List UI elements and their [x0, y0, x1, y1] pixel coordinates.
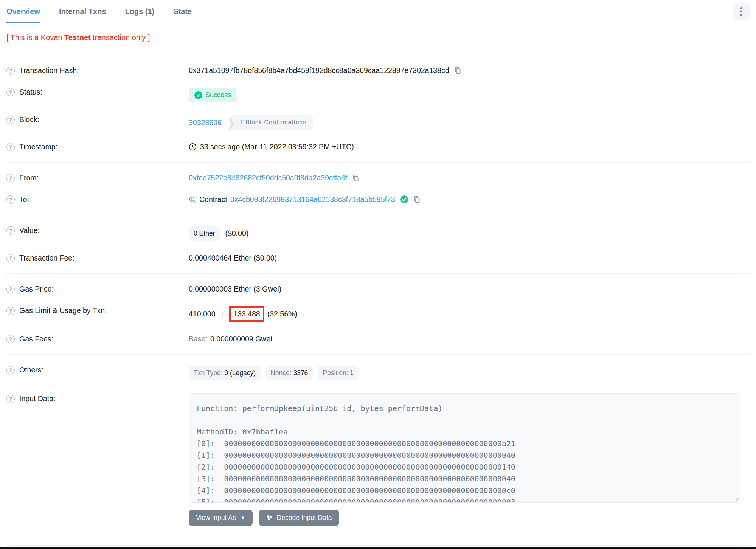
help-icon[interactable]: ? — [6, 226, 15, 235]
input-data-textarea[interactable]: Function: performUpkeep(uint256 id, byte… — [189, 393, 740, 503]
from-address-link[interactable]: 0xfee7522e8482682cf50ddc50a0f8da2a39effa… — [189, 174, 347, 182]
row-to: ? To: Contract 0x4cb093f226983713164a621… — [6, 189, 750, 210]
check-circle-icon — [194, 91, 202, 99]
help-icon[interactable]: ? — [6, 116, 15, 124]
row-gas-fees: ? Gas Fees: Base: 0.000000009 Gwei — [6, 328, 750, 350]
to-prefix: Contract — [199, 195, 227, 204]
badge-value: 0 (Legacy) — [224, 369, 256, 377]
help-icon[interactable]: ? — [6, 195, 15, 204]
more-options-button[interactable] — [733, 3, 750, 20]
help-icon[interactable]: ? — [6, 88, 15, 96]
row-input-data: ? Input Data: Function: performUpkeep(ui… — [6, 387, 750, 532]
base-fee-label: Base: — [189, 335, 208, 343]
label-text: Transaction Hash: — [19, 66, 79, 75]
magnifier-plus-icon[interactable] — [189, 196, 196, 203]
position-badge: Position: 1 — [318, 366, 359, 380]
help-icon[interactable]: ? — [6, 335, 15, 343]
section-summary: ? Transaction Hash: 0x371a51097fb78df856… — [0, 55, 756, 162]
status-label: ? Status: — [6, 88, 189, 96]
value-label: ? Value: — [6, 226, 189, 235]
row-block: ? Block: 30328606 ❯ 7 Block Confirmation… — [6, 109, 750, 136]
row-value: ? Value: 0 Ether ($0.00) — [6, 220, 750, 247]
tab-state[interactable]: State — [173, 0, 192, 23]
transaction-fee-value: 0.000400464 Ether ($0.00) — [189, 254, 277, 262]
gas-limit-value: 410,000 — [189, 310, 216, 318]
to-address-link[interactable]: 0x4cb093f226983713164a62138c3f718a5b595f… — [230, 195, 395, 204]
gas-used-value: 133,488 — [233, 310, 260, 318]
nonce-badge: Nonce: 3376 — [265, 366, 313, 380]
transaction-hash-value: 0x371a51097fb78df856f8b4a7bd459f192d8cc8… — [189, 66, 449, 75]
label-text: Gas Limit & Usage by Txn: — [19, 306, 107, 315]
help-icon[interactable]: ? — [6, 307, 15, 315]
input-data-content: Function: performUpkeep(uint256 id, byte… — [197, 403, 740, 503]
decode-icon — [266, 514, 273, 521]
notice-bold: Testnet — [64, 33, 91, 42]
button-label: Decode Input Data — [277, 514, 332, 522]
row-gas-limit-usage: ? Gas Limit & Usage by Txn: 410,000 | 13… — [6, 300, 750, 328]
tab-internal-txns[interactable]: Internal Txns — [59, 0, 106, 23]
notice-prefix: [ This is a Kovan — [6, 33, 64, 42]
row-transaction-hash: ? Transaction Hash: 0x371a51097fb78df856… — [6, 60, 750, 81]
tabbar-spacer — [211, 0, 733, 23]
chevron-down-icon: ▼ — [241, 515, 245, 521]
label-text: Gas Fees: — [19, 335, 53, 343]
section-others-input: ? Others: Txn Type: 0 (Legacy) Nonce: 33… — [0, 355, 756, 537]
ether-value-badge: 0 Ether — [189, 226, 220, 241]
view-input-as-button[interactable]: View Input As ▼ — [189, 510, 253, 526]
others-label: ? Others: — [6, 366, 189, 374]
label-text: Timestamp: — [19, 143, 57, 151]
label-text: Input Data: — [19, 394, 55, 403]
block-number-link[interactable]: 30328606 — [189, 118, 222, 127]
tab-logs[interactable]: Logs (1) — [125, 0, 154, 23]
row-from: ? From: 0xfee7522e8482682cf50ddc50a0f8da… — [6, 167, 750, 189]
tab-overview[interactable]: Overview — [6, 0, 40, 23]
clock-icon — [189, 143, 197, 151]
block-confirmations: ❯ 7 Block Confirmations — [227, 115, 313, 130]
to-label: ? To: — [6, 195, 189, 204]
help-icon[interactable]: ? — [6, 254, 15, 262]
timestamp-label: ? Timestamp: — [6, 143, 189, 151]
txn-type-badge: Txn Type: 0 (Legacy) — [189, 366, 261, 380]
separator-bar: | — [222, 310, 224, 318]
usd-value: ($0.00) — [225, 229, 248, 238]
label-text: Block: — [19, 115, 39, 124]
vertical-ellipsis-icon — [740, 7, 742, 16]
gas-price-value: 0.000000003 Ether (3 Gwei) — [189, 285, 281, 293]
help-icon[interactable]: ? — [6, 366, 15, 374]
badge-label: Position: — [323, 369, 348, 377]
from-label: ? From: — [6, 174, 189, 182]
label-text: Status: — [19, 88, 42, 96]
copy-icon[interactable] — [413, 195, 421, 203]
label-text: Transaction Fee: — [19, 254, 75, 262]
help-icon[interactable]: ? — [6, 67, 15, 75]
button-label: View Input As — [196, 514, 236, 522]
transaction-details-card: Overview Internal Txns Logs (1) State [ … — [0, 0, 756, 549]
label-text: From: — [19, 174, 39, 182]
copy-icon[interactable] — [352, 174, 360, 182]
badge-label: Txn Type: — [194, 369, 223, 377]
input-data-label: ? Input Data: — [6, 393, 189, 403]
help-icon[interactable]: ? — [6, 143, 15, 151]
transaction-hash-label: ? Transaction Hash: — [6, 66, 189, 75]
block-confirmations-badge: 7 Block Confirmations — [230, 115, 314, 130]
help-icon[interactable]: ? — [6, 285, 15, 293]
section-value: ? Value: 0 Ether ($0.00) ? Transaction F… — [0, 215, 756, 273]
gas-limit-label: ? Gas Limit & Usage by Txn: — [6, 306, 189, 315]
help-icon[interactable]: ? — [6, 395, 15, 403]
gas-used-percent: (32.56%) — [267, 310, 297, 318]
row-status: ? Status: Success — [6, 81, 750, 109]
notice-suffix: transaction only ] — [91, 33, 150, 42]
chevron-right-icon: ❯ — [227, 115, 235, 130]
badge-value: 3376 — [293, 369, 308, 377]
verified-check-icon — [400, 195, 408, 204]
badge-value: 1 — [350, 369, 354, 377]
base-fee-value: 0.000000009 Gwei — [210, 335, 272, 343]
row-transaction-fee: ? Transaction Fee: 0.000400464 Ether ($0… — [6, 247, 750, 269]
decode-input-data-button[interactable]: Decode Input Data — [259, 510, 339, 526]
label-text: Others: — [19, 366, 43, 374]
help-icon[interactable]: ? — [6, 174, 15, 182]
timestamp-value: 33 secs ago (Mar-11-2022 03:59:32 PM +UT… — [200, 143, 354, 151]
section-addresses: ? From: 0xfee7522e8482682cf50ddc50a0f8da… — [0, 163, 756, 215]
copy-icon[interactable] — [454, 67, 462, 74]
row-gas-price: ? Gas Price: 0.000000003 Ether (3 Gwei) — [6, 278, 750, 300]
